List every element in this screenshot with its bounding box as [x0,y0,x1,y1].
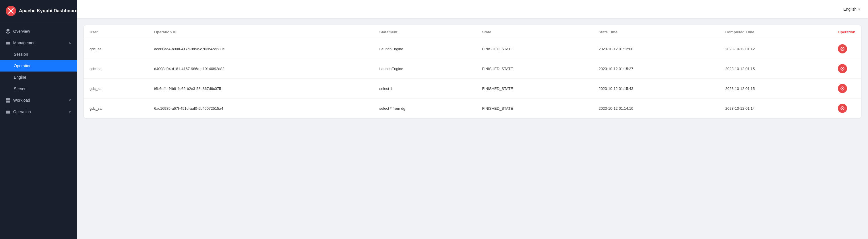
cell-completed_time: 2023-10-12 01:14 [720,98,832,118]
svg-rect-8 [6,101,10,102]
cell-user: gdc_sa [84,39,148,59]
cell-action [832,39,861,59]
sidebar-label-session: Session [14,52,28,57]
col-header-completed-time: Completed Time [720,25,832,39]
sidebar-logo: Apache Kyuubi Dashboard [0,0,77,22]
cell-operation_id: d4008d94-d181-4167-986a-a19140f92d82 [148,59,374,79]
sidebar-label-management: Management [13,40,37,45]
table-row: gdc_sa6ac16985-a67f-451d-aaf0-5b46072515… [84,98,861,118]
cancel-operation-button[interactable] [838,104,847,113]
svg-point-1 [6,29,10,33]
table-row: gdc_sad4008d94-d181-4167-986a-a19140f92d… [84,59,861,79]
cell-state: FINISHED_STATE [476,79,593,98]
sidebar-item-management[interactable]: Management ∧ [0,37,77,49]
cell-state: FINISHED_STATE [476,39,593,59]
cancel-operation-button[interactable] [838,44,847,54]
svg-point-2 [7,30,9,32]
svg-rect-9 [6,110,10,111]
sidebar: Apache Kyuubi Dashboard Overview Man [0,0,77,239]
cell-state_time: 2023-10-12 01:14:10 [593,98,720,118]
svg-rect-7 [6,100,10,101]
cell-completed_time: 2023-10-12 01:15 [720,79,832,98]
operation2-chevron: ∨ [69,110,71,114]
sidebar-item-overview[interactable]: Overview [0,26,77,37]
sidebar-label-overview: Overview [13,29,30,34]
sidebar-item-operation[interactable]: Operation [0,60,77,71]
cell-operation_id: 6ac16985-a67f-451d-aaf0-5b46072515a4 [148,98,374,118]
svg-rect-3 [6,41,10,42]
svg-rect-11 [6,113,10,114]
app-title: Apache Kyuubi Dashboard [19,8,77,13]
cell-action [832,79,861,98]
sidebar-item-server[interactable]: Server [0,83,77,94]
language-selector[interactable]: English ▾ [843,7,860,11]
main-content: English ▾ User Operation ID Statement St… [77,0,868,239]
sidebar-label-operation2: Operation [13,110,31,114]
svg-rect-5 [6,44,10,45]
table-body: gdc_saace60ad4-b90d-417d-9d5c-c763b4cd68… [84,39,861,118]
operations-table: User Operation ID Statement State State … [84,25,861,118]
col-header-state-time: State Time [593,25,720,39]
table-row: gdc_saf6b6effe-f4b8-4d62-b2e3-58d867d6c0… [84,79,861,98]
cell-operation_id: ace60ad4-b90d-417d-9d5c-c763b4cd680e [148,39,374,59]
management-chevron: ∧ [69,41,71,45]
language-chevron: ▾ [858,7,860,11]
cell-state: FINISHED_STATE [476,98,593,118]
svg-rect-4 [6,42,10,43]
cell-user: gdc_sa [84,98,148,118]
operation2-icon [6,110,10,114]
col-header-user: User [84,25,148,39]
cell-user: gdc_sa [84,59,148,79]
col-header-state: State [476,25,593,39]
table-row: gdc_saace60ad4-b90d-417d-9d5c-c763b4cd68… [84,39,861,59]
header: English ▾ [77,0,868,19]
cell-user: gdc_sa [84,79,148,98]
col-header-operation: Operation [832,25,861,39]
workload-icon [6,98,10,102]
cell-state_time: 2023-10-12 01:15:27 [593,59,720,79]
sidebar-item-session[interactable]: Session [0,49,77,60]
overview-icon [6,29,10,34]
cell-statement: LaunchEngine [374,39,476,59]
cell-action [832,98,861,118]
sidebar-item-operation2[interactable]: Operation ∨ [0,106,77,118]
sidebar-label-workload: Workload [13,98,30,102]
cell-operation_id: f6b6effe-f4b8-4d62-b2e3-58d867d6c075 [148,79,374,98]
management-icon [6,40,10,45]
cell-statement: select * from dg [374,98,476,118]
svg-rect-6 [6,98,10,99]
workload-chevron: ∨ [69,98,71,102]
col-header-operation-id: Operation ID [148,25,374,39]
kyuubi-logo-icon [6,6,16,16]
col-header-statement: Statement [374,25,476,39]
cell-state_time: 2023-10-12 01:12:00 [593,39,720,59]
sidebar-label-operation: Operation [14,63,31,68]
sidebar-nav: Overview Management ∧ Session Operation … [0,22,77,239]
sidebar-item-engine[interactable]: Engine [0,71,77,83]
cell-state: FINISHED_STATE [476,59,593,79]
cell-action [832,59,861,79]
content-area: User Operation ID Statement State State … [77,19,868,239]
sidebar-item-workload[interactable]: Workload ∨ [0,94,77,106]
operations-table-card: User Operation ID Statement State State … [84,25,861,118]
sidebar-label-engine: Engine [14,75,26,80]
sidebar-label-server: Server [14,87,26,91]
language-label: English [843,7,857,11]
cell-completed_time: 2023-10-12 01:15 [720,59,832,79]
cancel-operation-button[interactable] [838,84,847,93]
table-header: User Operation ID Statement State State … [84,25,861,39]
svg-rect-10 [6,112,10,112]
cell-statement: LaunchEngine [374,59,476,79]
cell-statement: select 1 [374,79,476,98]
cancel-operation-button[interactable] [838,64,847,73]
cell-completed_time: 2023-10-12 01:12 [720,39,832,59]
cell-state_time: 2023-10-12 01:15:43 [593,79,720,98]
